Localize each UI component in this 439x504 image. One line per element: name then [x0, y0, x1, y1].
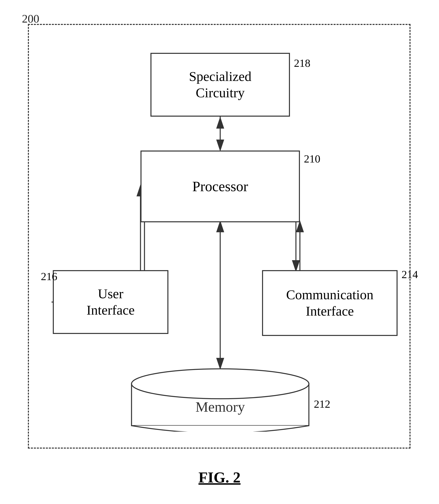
- ref-216-label: 216: [41, 270, 57, 283]
- specialized-circuitry-label: Specialized Circuitry: [189, 68, 251, 101]
- processor-box: Processor: [140, 151, 300, 222]
- specialized-circuitry-box: Specialized Circuitry: [150, 53, 290, 117]
- user-interface-label: User Interface: [86, 286, 135, 318]
- ref-200-label: 200: [22, 12, 39, 25]
- processor-label: Processor: [192, 178, 248, 195]
- ref-218-label: 218: [294, 57, 310, 69]
- svg-text:Memory: Memory: [195, 399, 245, 415]
- memory-cylinder-svg: Memory: [131, 368, 310, 432]
- communication-interface-label: Communication Interface: [286, 287, 373, 319]
- svg-point-6: [132, 369, 309, 399]
- ref-212-label: 212: [314, 398, 330, 410]
- ref-214-label: 214: [402, 268, 418, 281]
- outer-diagram-container: Specialized Circuitry 218 Processor 210 …: [28, 24, 411, 449]
- figure-label: FIG. 2: [0, 469, 439, 486]
- communication-interface-box: Communication Interface: [262, 270, 398, 336]
- memory-cylinder-container: Memory: [131, 368, 310, 432]
- user-interface-box: User Interface: [53, 270, 168, 334]
- ref-210-label: 210: [304, 152, 320, 165]
